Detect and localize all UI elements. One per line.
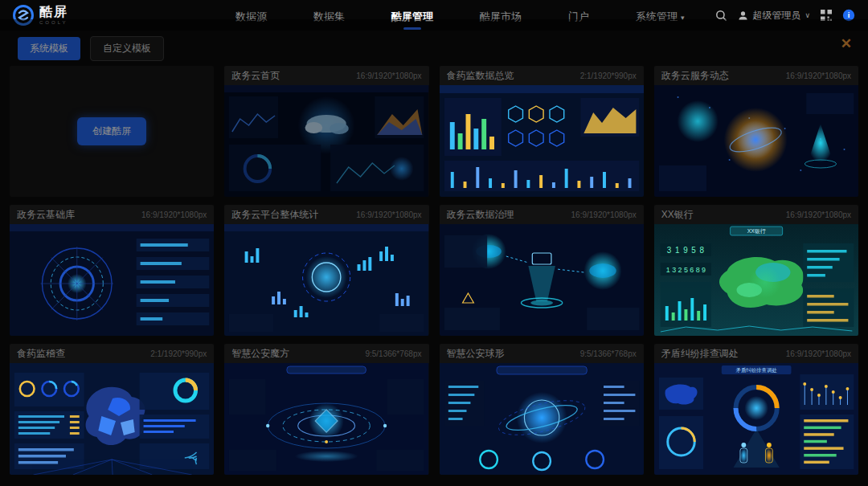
svg-text:3 1 9 5 8: 3 1 9 5 8 — [667, 246, 705, 255]
template-card-globe: 智慧公安球形 9:5/1366*768px — [440, 344, 644, 475]
card-thumbnail[interactable] — [224, 363, 428, 475]
template-card-radar: 政务云基础库 16:9/1920*1080px — [10, 205, 214, 336]
card-thumbnail[interactable]: 矛盾纠纷排查调处 — [654, 363, 858, 475]
svg-text:XX银行: XX银行 — [747, 228, 765, 234]
card-thumbnail[interactable]: XX银行 3 1 9 5 8 1 3 2 5 6 8 9 — [654, 224, 858, 336]
card-thumbnail[interactable] — [440, 363, 644, 475]
svg-text:矛盾纠纷排查调处: 矛盾纠纷排查调处 — [735, 367, 777, 374]
svg-text:i: i — [848, 10, 850, 19]
template-card-governance: 政务云数据治理 16:9/1920*1080px — [440, 205, 644, 336]
template-card-cube: 智慧公安魔方 9:5/1366*768px — [224, 344, 428, 475]
template-card-dispute: 矛盾纠纷排查调处 16:9/1920*1080px 矛盾纠纷排查调处 — [654, 344, 858, 475]
card-thumbnail[interactable] — [654, 85, 858, 197]
template-card-stats: 政务云平台整体统计 16:9/1920*1080px — [224, 205, 428, 336]
card-thumbnail[interactable] — [10, 224, 214, 336]
card-thumbnail[interactable] — [10, 363, 214, 475]
template-card-bank: XX银行 16:9/1920*1080px XX银行 3 1 9 5 8 1 3… — [654, 205, 858, 336]
chevron-down-icon: ∨ — [805, 11, 810, 19]
template-card-inspection: 食药监稽查 2:1/1920*990px — [10, 344, 214, 475]
template-card-fooddata: 食药监数据总览 2:1/1920*990px — [440, 66, 644, 197]
svg-text:1 3 2 5 6 8 9: 1 3 2 5 6 8 9 — [666, 266, 706, 274]
card-thumbnail[interactable] — [224, 224, 428, 336]
card-thumbnail[interactable] — [440, 85, 644, 197]
template-card-cloud: 政务云首页 16:9/1920*1080px 创建 预览 — [224, 66, 428, 197]
template-card-sphere: 政务云服务动态 16:9/1920*1080px — [654, 66, 858, 197]
card-hover-overlay: 创建 预览 — [224, 66, 428, 197]
card-thumbnail[interactable] — [440, 224, 644, 336]
template-grid: 创建酷屏 政务云首页 16:9/1920*1080px 创建 预览 — [0, 66, 868, 475]
logo-title: 酷屏 — [39, 6, 68, 18]
